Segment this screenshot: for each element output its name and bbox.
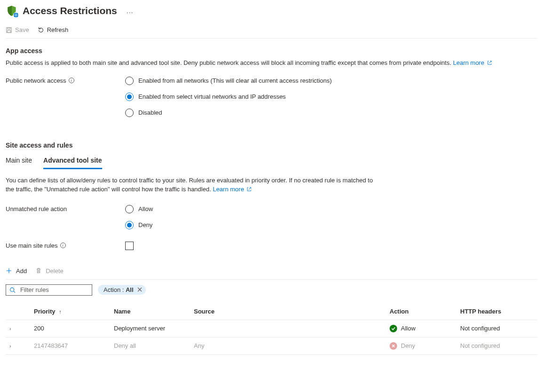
refresh-label: Refresh: [47, 26, 69, 33]
radio-enabled-all[interactable]: Enabled from all networks (This will cle…: [125, 77, 332, 85]
tab-advanced-tool-site[interactable]: Advanced tool site: [43, 154, 102, 169]
command-bar: Save Refresh: [6, 24, 537, 39]
cell-priority: 2147483647: [34, 342, 114, 349]
col-priority[interactable]: Priority ↑: [34, 308, 114, 315]
cell-priority: 200: [34, 325, 114, 332]
rules-table: Priority ↑ Name Source Action HTTP heade…: [6, 303, 537, 355]
app-access-description: Public access is applied to both main si…: [6, 58, 523, 68]
table-header: Priority ↑ Name Source Action HTTP heade…: [6, 303, 537, 320]
use-main-site-checkbox[interactable]: [125, 242, 134, 250]
use-main-site-label: Use main site rules i: [6, 242, 125, 249]
cell-name: Deny all: [114, 342, 194, 349]
chevron-right-icon: ›: [9, 343, 11, 349]
info-icon[interactable]: i: [69, 78, 74, 83]
info-icon[interactable]: i: [60, 243, 66, 248]
cell-action: Deny: [390, 342, 460, 350]
check-circle-icon: [390, 325, 397, 332]
unmatched-rule-label: Unmatched rule action: [6, 205, 125, 212]
save-button[interactable]: Save: [6, 26, 29, 33]
chevron-right-icon: ›: [9, 326, 11, 331]
save-icon: [6, 27, 12, 33]
table-row[interactable]: ›200Deployment serverAllowNot configured: [6, 320, 537, 337]
cell-source: Any: [194, 342, 390, 349]
delete-rule-button[interactable]: Delete: [35, 267, 64, 274]
page-header: Access Restrictions ...: [6, 5, 537, 24]
radio-unmatched-allow[interactable]: Allow: [125, 205, 153, 213]
filter-rules-input[interactable]: [6, 284, 92, 296]
col-action[interactable]: Action: [390, 308, 460, 315]
search-icon: [9, 287, 16, 293]
globe-icon: [13, 12, 19, 18]
public-network-access-label: Public network access i: [6, 77, 125, 84]
svg-rect-1: [8, 27, 10, 29]
expand-row[interactable]: ›: [6, 325, 34, 332]
filter-pill-action[interactable]: Action : All: [98, 285, 146, 295]
close-icon[interactable]: [137, 287, 142, 293]
col-source[interactable]: Source: [194, 308, 390, 315]
filter-row: Action : All: [6, 284, 537, 296]
plus-icon: [6, 267, 12, 274]
save-label: Save: [15, 26, 29, 33]
cell-name: Deployment server: [114, 325, 194, 332]
unmatched-radio-group: Allow Deny: [125, 205, 153, 229]
external-link-icon: [487, 60, 492, 67]
rules-learn-more-link[interactable]: Learn more: [213, 186, 252, 193]
app-access-learn-more-link[interactable]: Learn more: [453, 59, 492, 66]
radio-disabled[interactable]: Disabled: [125, 109, 332, 117]
refresh-button[interactable]: Refresh: [38, 26, 69, 33]
table-row[interactable]: ›2147483647Deny allAnyDenyNot configured: [6, 337, 537, 355]
expand-row[interactable]: ›: [6, 342, 34, 349]
public-access-radio-group: Enabled from all networks (This will cle…: [125, 77, 332, 117]
radio-icon: [125, 221, 134, 229]
cell-http: Not configured: [460, 325, 531, 332]
add-rule-button[interactable]: Add: [6, 267, 27, 274]
radio-unmatched-deny[interactable]: Deny: [125, 221, 153, 229]
cell-http: Not configured: [460, 342, 531, 349]
cell-action: Allow: [390, 325, 460, 332]
svg-point-7: [10, 288, 14, 291]
radio-icon: [125, 77, 134, 85]
radio-icon: [125, 205, 134, 213]
tab-main-site[interactable]: Main site: [6, 154, 32, 169]
shield-icon: [6, 5, 18, 17]
radio-enabled-select[interactable]: Enabled from select virtual networks and…: [125, 93, 332, 101]
public-network-access-row: Public network access i Enabled from all…: [6, 77, 537, 117]
unmatched-rule-row: Unmatched rule action Allow Deny: [6, 205, 537, 229]
svg-rect-2: [8, 30, 11, 32]
x-circle-icon: [390, 342, 397, 350]
rules-command-bar: Add Delete: [6, 267, 537, 280]
radio-icon: [125, 109, 134, 117]
use-main-site-row: Use main site rules i: [6, 242, 537, 251]
svg-line-8: [14, 291, 15, 292]
col-http[interactable]: HTTP headers: [460, 308, 531, 315]
refresh-icon: [38, 27, 44, 33]
site-tabs: Main site Advanced tool site: [6, 154, 537, 169]
sort-up-icon: ↑: [59, 309, 62, 314]
page-title: Access Restrictions: [23, 5, 117, 16]
more-button[interactable]: ...: [125, 7, 136, 15]
rules-description: You can define lists of allow/deny rules…: [6, 176, 382, 195]
col-name[interactable]: Name: [114, 308, 194, 315]
external-link-icon: [247, 186, 252, 193]
radio-icon: [125, 93, 134, 101]
trash-icon: [35, 267, 42, 274]
app-access-heading: App access: [6, 47, 537, 55]
filter-input-wrap: [6, 284, 92, 296]
site-access-heading: Site access and rules: [6, 141, 537, 149]
